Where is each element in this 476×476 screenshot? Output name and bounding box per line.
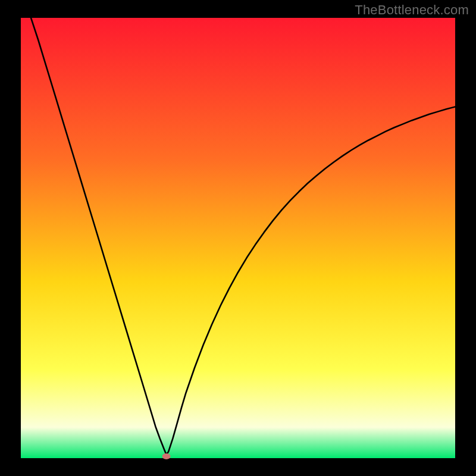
plot-area	[21, 18, 455, 458]
bottleneck-chart	[0, 0, 476, 476]
chart-frame: { "watermark": "TheBottleneck.com", "col…	[0, 0, 476, 476]
watermark-text: TheBottleneck.com	[355, 2, 469, 18]
optimal-point-marker	[162, 453, 171, 459]
